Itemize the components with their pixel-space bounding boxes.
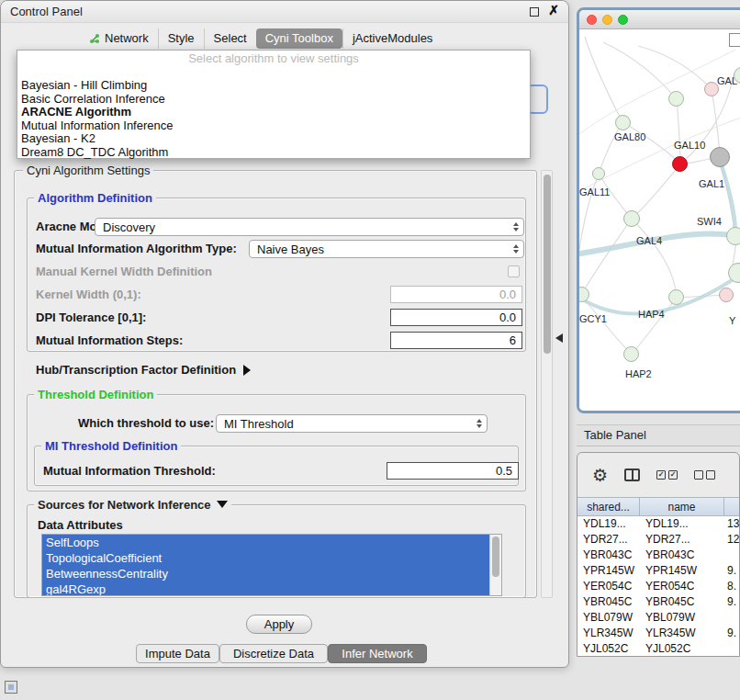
cell: YBL079W (583, 610, 640, 626)
network-node-label: GCY1 (579, 313, 607, 324)
apply-button[interactable]: Apply (246, 615, 312, 634)
cell: YDR27... (645, 532, 723, 548)
hub-section-label: Hub/Transcription Factor Definition (36, 363, 236, 377)
table-row[interactable]: YBL079WYBL079W (577, 610, 739, 626)
cell: YLR345W (645, 626, 723, 641)
zoom-traffic-light[interactable] (618, 15, 628, 25)
column-header[interactable]: name (640, 497, 724, 516)
dropdown-list: Bayesian - Hill Climbing Basic Correlati… (17, 79, 530, 159)
cell: YBR045C (583, 594, 640, 610)
network-node-selected[interactable] (672, 156, 688, 172)
manual-kernel-label: Manual Kernel Width Definition (36, 265, 212, 278)
close-icon[interactable]: ✗ (548, 3, 559, 17)
checked-box-icon: ✓ (668, 470, 678, 480)
cell: 9. (727, 563, 740, 579)
list-item[interactable]: gal4RGexp (42, 581, 489, 596)
mi-threshold-field[interactable]: 0.5 (387, 462, 519, 480)
float-window-icon[interactable] (530, 7, 539, 17)
list-scrollbar-thumb[interactable] (492, 536, 499, 577)
dropdown-item[interactable]: Dream8 DC_TDC Algorithm (17, 146, 530, 160)
tab-network[interactable]: Network (80, 28, 158, 49)
list-scrollbar[interactable] (489, 535, 501, 595)
list-item[interactable]: TopologicalCoefficient (42, 550, 489, 566)
cell: YBR043C (645, 548, 723, 563)
tab-cyni-toolbox[interactable]: Cyni Toolbox (256, 28, 342, 49)
hub-section-toggle[interactable]: Hub/Transcription Factor Definition (36, 363, 251, 377)
table-row[interactable]: YBR043CYBR043C (577, 548, 739, 563)
control-panel-titlebar[interactable]: Control Panel ✗ (1, 1, 568, 23)
birdseye-box[interactable] (729, 33, 740, 47)
list-item[interactable]: BetweennessCentrality (42, 566, 489, 581)
gear-icon[interactable]: ⚙ (592, 467, 608, 484)
combo-arrows-icon (513, 222, 519, 231)
table-row[interactable]: YER054CYER054C8. (577, 579, 739, 594)
dropdown-item[interactable]: Bayesian - Hill Climbing (17, 79, 530, 93)
network-node-label: GAL (717, 75, 737, 86)
cell: 9. (727, 594, 740, 610)
network-node[interactable] (623, 210, 640, 227)
select-all-icon[interactable]: ✓ ✓ (656, 470, 678, 480)
settings-scrollbar-thumb[interactable] (544, 175, 551, 354)
panel-collapse-arrow-icon[interactable] (555, 333, 563, 343)
network-node[interactable] (726, 227, 740, 245)
network-canvas[interactable]: GAL80 GAL11 GAL10 GAL1 SWI4 GAL4 GCY1 HA… (579, 29, 740, 411)
network-node-label: HAP4 (638, 309, 665, 320)
network-node[interactable] (719, 288, 734, 302)
mi-threshold-value: 0.5 (496, 464, 512, 478)
algorithm-dropdown-popup: Select algorithm to view settings Bayesi… (17, 50, 531, 159)
restore-panel-icon[interactable] (5, 681, 17, 694)
column-selector-icon[interactable] (624, 469, 640, 481)
network-view-window: GAL80 GAL11 GAL10 GAL1 SWI4 GAL4 GCY1 HA… (577, 7, 740, 413)
tab-label: Network (105, 30, 149, 47)
data-attributes-label: Data Attributes (38, 518, 123, 532)
minimize-traffic-light[interactable] (602, 15, 612, 25)
which-threshold-select[interactable]: MI Threshold (216, 414, 488, 433)
dropdown-item-selected[interactable]: ARACNE Algorithm (17, 106, 530, 119)
table-row[interactable]: YDL19...YDL19...13 (577, 516, 739, 532)
deselect-all-icon[interactable] (694, 470, 715, 480)
network-window-titlebar[interactable] (579, 10, 740, 29)
kernel-width-value: 0.0 (499, 288, 516, 301)
dropdown-item[interactable]: Bayesian - K2 (17, 132, 530, 146)
network-node-label: Y (729, 315, 735, 326)
data-attributes-list: SelfLoops TopologicalCoefficient Between… (41, 534, 502, 596)
table-row[interactable]: YBR045CYBR045C9. (577, 594, 739, 610)
cell: YPR145W (583, 563, 640, 579)
tab-select[interactable]: Select (204, 28, 256, 49)
network-node-label: GAL10 (674, 140, 705, 151)
network-node[interactable] (623, 346, 639, 362)
table-row[interactable]: YPR145WYPR145W9. (577, 563, 739, 579)
network-node-label: GAL1 (699, 178, 724, 189)
list-item[interactable]: SelfLoops (42, 535, 489, 550)
dropdown-item[interactable]: Mutual Information Inference (17, 119, 530, 133)
mi-steps-field[interactable]: 6 (390, 332, 522, 349)
window-title: Control Panel (10, 5, 83, 18)
column-header[interactable] (724, 497, 740, 516)
table-header-row: shared... name (577, 497, 739, 516)
network-node[interactable] (668, 91, 684, 107)
network-node[interactable] (710, 147, 730, 167)
close-traffic-light[interactable] (587, 15, 597, 25)
mi-type-select[interactable]: Naive Bayes (249, 240, 524, 258)
dropdown-item[interactable]: Basic Correlation Inference (17, 93, 530, 107)
table-row[interactable]: YLR345WYLR345W9. (577, 626, 739, 641)
table-row[interactable]: YJL052CYJL052C (577, 641, 739, 657)
network-node-label: GAL11 (579, 186, 610, 198)
sources-toggle[interactable]: Sources for Network Inference (34, 498, 231, 512)
tab-jactivemodules[interactable]: jActiveModules (342, 28, 442, 49)
aracne-mode-select[interactable]: Discovery (95, 218, 524, 236)
tab-impute-data[interactable]: Impute Data (136, 644, 219, 663)
tab-discretize-data[interactable]: Discretize Data (219, 644, 328, 663)
tab-style[interactable]: Style (158, 28, 204, 49)
table-row[interactable]: YDR27...YDR27...12 (577, 532, 739, 548)
dpi-tolerance-value: 0.0 (499, 310, 516, 324)
network-node[interactable] (668, 289, 684, 305)
dpi-tolerance-field[interactable]: 0.0 (390, 309, 522, 326)
network-node[interactable] (615, 115, 631, 130)
column-header[interactable]: shared... (577, 497, 640, 516)
tab-infer-network[interactable]: Infer Network (328, 644, 427, 663)
expand-right-icon (243, 365, 251, 376)
network-node[interactable] (592, 167, 605, 180)
control-panel-tabs: Network Style Select Cyni Toolbox jActiv… (80, 28, 442, 49)
cell: 13 (727, 516, 740, 532)
